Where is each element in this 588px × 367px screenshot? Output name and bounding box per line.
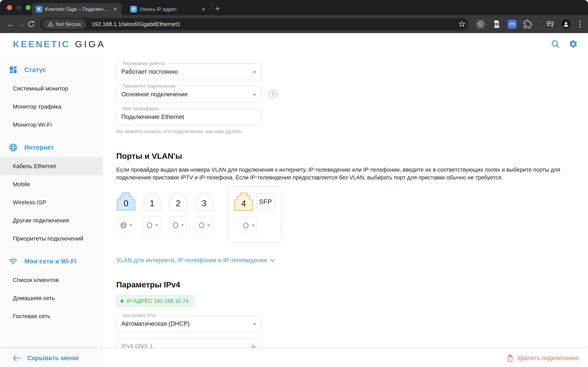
ports-section-description: Если провайдер выдал вам номера VLAN для… (116, 166, 567, 181)
sidebar-section-status[interactable]: Статус (0, 60, 103, 79)
ip-address-text: IP-АДРЕС 192.168.10.74 (127, 298, 189, 304)
provider-name-field[interactable]: Имя провайдера Подключение Ethernet (116, 108, 262, 125)
delete-connection-label: Удалить подключение (517, 355, 579, 362)
section-label: Статус (24, 66, 46, 74)
sidebar-item-traffic-monitor[interactable]: Монитор трафика (0, 98, 103, 116)
sidebar-item-system-monitor[interactable]: Системный монитор (0, 79, 103, 98)
app-header: KEENETIC GIGA (0, 33, 588, 55)
port-label: 4 (234, 199, 253, 209)
browser-menu-icon[interactable] (577, 21, 583, 28)
address-bar[interactable]: Not Secure 192.168.1.1/wired/GigabitEthe… (41, 18, 468, 30)
new-tab-button[interactable]: + (215, 5, 220, 13)
tab-strip: K Keenetic Giga – Подключени × IP Узнать… (0, 0, 588, 15)
url-text[interactable]: 192.168.1.1/wired/GigabitEthernet1 (92, 21, 458, 27)
privacy-extension-icon[interactable] (492, 20, 501, 29)
browser-chrome: K Keenetic Giga – Подключени × IP Узнать… (0, 0, 588, 33)
sidebar-item-guest-network[interactable]: Гостевая сеть (0, 307, 103, 325)
close-tab-icon[interactable]: × (201, 6, 207, 12)
ipv4-section-title: Параметры IPv4 (116, 280, 569, 289)
delete-connection-button[interactable]: Удалить подключение (103, 349, 588, 367)
provider-hint: Вы можете назвать это подключение, как в… (116, 128, 569, 134)
keenetic-logo: KEENETIC (13, 39, 70, 50)
reload-icon[interactable] (27, 20, 38, 28)
port-2: 2 (168, 192, 188, 234)
vlan-link-label: VLAN для интернета, IP-телефонии и IP-те… (116, 257, 267, 264)
port-0-jack[interactable]: 0 (116, 192, 136, 210)
sidebar-item-mobile[interactable]: Mobile (0, 175, 103, 193)
window-controls (7, 5, 31, 10)
close-tab-icon[interactable]: × (112, 6, 118, 12)
media-controls-icon[interactable] (546, 20, 555, 29)
main-content: Расписание работы Работает постоянно При… (103, 55, 588, 367)
window-close-button[interactable] (7, 5, 12, 10)
collapse-menu-button[interactable]: Скрывать меню (0, 349, 103, 367)
section-label: Интернет (24, 144, 54, 151)
port-label: 2 (168, 199, 188, 208)
status-dot-icon (121, 300, 123, 303)
chevron-down-icon (253, 94, 256, 96)
sidebar-section-internet[interactable]: Интернет (0, 138, 103, 157)
schedule-select[interactable]: Расписание работы Работает постоянно (116, 63, 262, 80)
port-2-jack[interactable]: 2 (168, 192, 188, 210)
chevron-down-icon (270, 259, 275, 262)
sidebar-item-wifi-monitor[interactable]: Монитор Wi-Fi (0, 116, 103, 134)
ipv4-setting-value: Автоматическая (DHCP) (117, 316, 261, 332)
tab-keenetic[interactable]: K Keenetic Giga – Подключени × (32, 3, 122, 15)
back-icon[interactable]: ← (5, 20, 16, 29)
tab-ip-lookup[interactable]: IP Узнать IP адрес × (126, 3, 210, 15)
internet-globe-icon (120, 222, 127, 229)
search-icon[interactable] (551, 39, 560, 49)
port-3-role-select[interactable] (195, 216, 213, 234)
provider-value: Подключение Ethernet (117, 109, 261, 125)
ports-section-title: Порты и VLAN'ы (116, 152, 569, 161)
provider-label: Имя провайдера (121, 106, 161, 111)
schedule-value: Работает постоянно (117, 64, 261, 80)
sfp-port-jack[interactable]: SFP (256, 193, 275, 210)
port-0-role-select[interactable] (117, 216, 135, 234)
keenetic-favicon-icon: K (36, 6, 42, 12)
empty-role-icon (172, 222, 179, 229)
sidebar-item-home-network[interactable]: Домашняя сеть (0, 289, 103, 307)
model-name: GIGA (75, 39, 106, 50)
ipv4-setting-label: Настройка IPv4 (121, 313, 158, 318)
ruler-extension-icon[interactable] (508, 20, 517, 29)
port-1-role-select[interactable] (143, 216, 161, 234)
port-label: 1 (142, 199, 162, 208)
bookmark-star-icon[interactable] (458, 20, 466, 28)
sidebar-item-ethernet-cable[interactable]: Кабель Ethernet (0, 157, 103, 175)
port-4-jack[interactable]: 4 (234, 192, 253, 211)
extensions-puzzle-icon[interactable] (523, 20, 532, 29)
tab-title: Keenetic Giga – Подключени (45, 6, 109, 12)
wifi-icon (9, 257, 18, 266)
sidebar-item-client-list[interactable]: Список клиентов (0, 271, 103, 289)
priority-help-icon[interactable]: ? (269, 90, 277, 99)
globe-icon (9, 143, 18, 152)
chevron-down-icon (251, 225, 255, 226)
tab-title: Узнать IP адрес (140, 6, 198, 12)
extensions-row (475, 19, 583, 29)
forward-icon[interactable]: → (16, 20, 27, 29)
sidebar-section-my-networks[interactable]: Мои сети и Wi-Fi (0, 252, 103, 271)
sidebar-item-connection-priorities[interactable]: Приоритеты подключений (0, 229, 103, 248)
chevron-down-icon (207, 224, 210, 226)
arrow-left-icon (13, 355, 21, 361)
sidebar-item-other-connections[interactable]: Другие подключения (0, 211, 103, 229)
priority-select[interactable]: Приоритет подключения Основное подключен… (116, 86, 262, 103)
chevron-down-icon (253, 323, 256, 325)
sidebar-item-wireless-isp[interactable]: Wireless ISP (0, 193, 103, 211)
port-2-role-select[interactable] (169, 216, 187, 234)
port-3: 3 (194, 192, 214, 234)
vlan-expand-link[interactable]: VLAN для интернета, IP-телефонии и IP-те… (116, 257, 569, 264)
window-zoom-button[interactable] (26, 5, 31, 10)
port-3-jack[interactable]: 3 (194, 192, 214, 210)
security-chip[interactable]: Not Secure (43, 19, 86, 29)
settings-gear-icon[interactable] (569, 39, 578, 49)
port-4-role-select[interactable] (240, 217, 257, 234)
profile-avatar[interactable] (561, 19, 571, 29)
port-4-sfp-group: 4 SFP (227, 186, 282, 243)
react-devtools-icon[interactable] (475, 19, 485, 29)
ipv4-setting-select[interactable]: Настройка IPv4 Автоматическая (DHCP) (116, 316, 262, 332)
sidebar: Статус Системный монитор Монитор трафика… (0, 55, 103, 367)
window-minimize-button[interactable] (16, 5, 21, 10)
port-1-jack[interactable]: 1 (142, 192, 162, 210)
